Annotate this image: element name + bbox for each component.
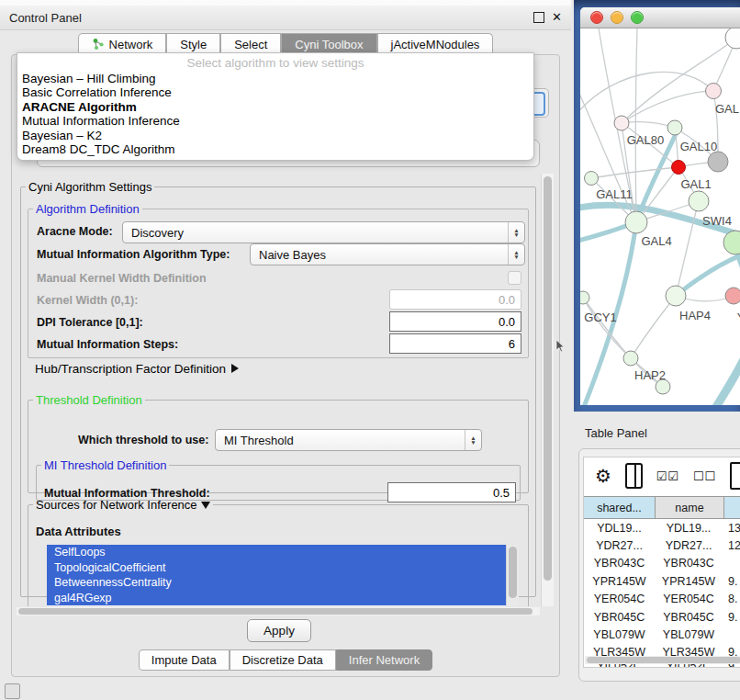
- tab-infer-network[interactable]: Infer Network: [336, 649, 432, 671]
- label-hap4: HAP4: [679, 309, 711, 322]
- sources-legend[interactable]: Sources for Network Inference: [33, 498, 213, 512]
- tab-network[interactable]: Network: [78, 33, 167, 54]
- deselect-all-columns-icon[interactable]: ☐☐: [693, 469, 716, 483]
- table-row[interactable]: YDR27... YDR27... 12: [584, 536, 740, 554]
- minimize-window-icon[interactable]: [611, 11, 623, 24]
- hub-definition-toggle[interactable]: Hub/Transcription Factor Definition: [35, 362, 239, 376]
- cell-name[interactable]: YBL079W: [655, 626, 723, 643]
- cell-shared[interactable]: YDR27...: [584, 536, 655, 554]
- cell-name[interactable]: YPR145W: [655, 572, 723, 590]
- tab-select[interactable]: Select: [220, 33, 281, 54]
- table-row[interactable]: YER054C YER054C 8.: [584, 591, 740, 608]
- docked-panel-icon[interactable]: [5, 683, 20, 699]
- cell-value[interactable]: 8.: [723, 591, 740, 608]
- table-row[interactable]: YBL079W YBL079W: [584, 626, 740, 643]
- table-panel-title: Table Panel: [585, 426, 647, 440]
- kernel-width-value: 0.0: [499, 293, 515, 307]
- manual-kernel-checkbox[interactable]: [508, 271, 521, 285]
- attr-item-betweennesscentrality[interactable]: BetweennessCentrality: [47, 575, 519, 591]
- dropdown-item-dream8[interactable]: Dream8 DC_TDC Algorithm: [17, 142, 533, 156]
- cell-name[interactable]: YBR045C: [655, 608, 723, 626]
- table-panel: ⚙ ☑☑ ☐☐ shared... name YDL19... YDL19...…: [578, 448, 740, 682]
- table-horizontal-scrollbar[interactable]: [585, 656, 740, 664]
- mi-threshold-legend: MI Threshold Definition: [41, 458, 169, 472]
- label-gal4: GAL4: [641, 234, 671, 248]
- tab-style[interactable]: Style: [166, 33, 220, 54]
- column-header-partial[interactable]: [724, 497, 740, 518]
- label-swi4: SWI4: [702, 214, 732, 228]
- tab-cyni-toolbox[interactable]: Cyni Toolbox: [281, 33, 376, 54]
- settings-horizontal-scrollbar[interactable]: [17, 607, 540, 615]
- close-panel-icon[interactable]: ✕: [552, 10, 562, 24]
- zoom-window-icon[interactable]: [631, 11, 644, 24]
- tab-discretize-data-label: Discretize Data: [242, 653, 323, 667]
- tab-discretize-data[interactable]: Discretize Data: [230, 649, 336, 671]
- data-attributes-list[interactable]: SelfLoops TopologicalCoefficient Between…: [47, 545, 519, 606]
- kernel-width-label: Kernel Width (0,1):: [37, 294, 138, 307]
- cell-value[interactable]: 12: [723, 536, 740, 554]
- dropdown-item-basic-correlation[interactable]: Basic Correlation Inference: [17, 85, 533, 99]
- network-canvas[interactable]: GAL GAL80 GAL10 GAL1 GAL11 SWI4 GAL4 GCY…: [580, 28, 740, 405]
- cell-name[interactable]: YBR043C: [655, 555, 723, 572]
- dropdown-item-aracne[interactable]: ARACNE Algorithm: [17, 100, 533, 114]
- dropdown-item-bayesian-hill-climbing[interactable]: Bayesian – Hill Climbing: [17, 72, 533, 85]
- table-row[interactable]: YDL19... YDL19... 13: [584, 519, 740, 536]
- mi-steps-field[interactable]: 6: [389, 333, 521, 354]
- algorithm-definition-legend: Algorithm Definition: [33, 202, 142, 216]
- cell-value[interactable]: [723, 555, 740, 572]
- tab-impute-data[interactable]: Impute Data: [139, 649, 230, 671]
- label-gcy1: GCY1: [584, 310, 616, 324]
- cell-shared[interactable]: YBR043C: [584, 555, 655, 572]
- manual-kernel-label: Manual Kernel Width Definition: [37, 272, 207, 285]
- algorithm-dropdown-popup: Select algorithm to view settings Bayesi…: [17, 52, 534, 161]
- cell-shared[interactable]: YPR145W: [584, 572, 655, 590]
- attr-item-selfloops[interactable]: SelfLoops: [47, 545, 519, 560]
- select-all-columns-icon[interactable]: ☑☑: [656, 469, 679, 483]
- column-header-name[interactable]: name: [656, 497, 724, 518]
- new-table-icon[interactable]: [730, 462, 740, 490]
- control-panel-tabbar: Network Style Select Cyni Toolbox jActiv…: [0, 31, 571, 54]
- table-options-gear-icon[interactable]: ⚙: [595, 465, 611, 487]
- cell-name[interactable]: YDL19...: [655, 519, 723, 536]
- column-header-shared-name[interactable]: shared...: [584, 497, 656, 518]
- table-toolbar: ⚙ ☑☑ ☐☐: [584, 457, 740, 494]
- mi-type-combo[interactable]: Naive Bayes ▲▼: [250, 243, 525, 265]
- expand-arrow-icon: [231, 364, 239, 373]
- node-gcy1: [580, 291, 589, 304]
- settings-vertical-scrollbar[interactable]: [541, 174, 554, 606]
- cell-shared[interactable]: YBL079W: [584, 626, 655, 643]
- cell-shared[interactable]: YDL19...: [584, 519, 655, 536]
- node-gal-partial: [706, 84, 722, 99]
- tab-jactivemnodules[interactable]: jActiveMNodules: [377, 33, 494, 54]
- attr-list-scrollbar[interactable]: [506, 545, 519, 606]
- cell-shared[interactable]: YER054C: [584, 591, 655, 608]
- cell-value[interactable]: 13: [723, 519, 740, 536]
- dropdown-item-bayesian-k2[interactable]: Bayesian – K2: [17, 129, 533, 142]
- cell-value[interactable]: 9.: [723, 608, 740, 626]
- attr-item-topologicalcoefficient[interactable]: TopologicalCoefficient: [47, 560, 519, 576]
- float-panel-icon[interactable]: [533, 12, 544, 23]
- node-hap4: [666, 286, 686, 306]
- network-window-titlebar[interactable]: [580, 7, 740, 28]
- attr-item-gal4rgexp[interactable]: gal4RGexp: [47, 591, 519, 606]
- dpi-tolerance-field[interactable]: 0.0: [389, 311, 521, 332]
- hub-definition-label: Hub/Transcription Factor Definition: [35, 362, 226, 376]
- cell-name[interactable]: YDR27...: [655, 536, 723, 554]
- which-threshold-combo[interactable]: MI Threshold ▲▼: [215, 429, 482, 451]
- cell-name[interactable]: YER054C: [655, 591, 723, 608]
- cell-shared[interactable]: YBR045C: [584, 608, 655, 626]
- collapse-arrow-icon: [201, 502, 210, 509]
- table-row[interactable]: YPR145W YPR145W 9.: [584, 572, 740, 590]
- table-row[interactable]: YBR045C YBR045C 9.: [584, 608, 740, 626]
- cell-value[interactable]: 9.: [723, 572, 740, 590]
- table-row[interactable]: YBR043C YBR043C: [584, 555, 740, 572]
- network-view-frame: GAL GAL80 GAL10 GAL1 GAL11 SWI4 GAL4 GCY…: [574, 0, 740, 412]
- close-window-icon[interactable]: [590, 11, 603, 24]
- label-hap2: HAP2: [634, 368, 666, 382]
- cell-value[interactable]: [723, 626, 740, 643]
- dropdown-item-mutual-information[interactable]: Mutual Information Inference: [17, 114, 533, 128]
- show-columns-icon[interactable]: [625, 463, 643, 489]
- mi-steps-value: 6: [509, 337, 515, 351]
- apply-button[interactable]: Apply: [247, 619, 311, 642]
- aracne-mode-combo[interactable]: Discovery ▲▼: [122, 221, 525, 243]
